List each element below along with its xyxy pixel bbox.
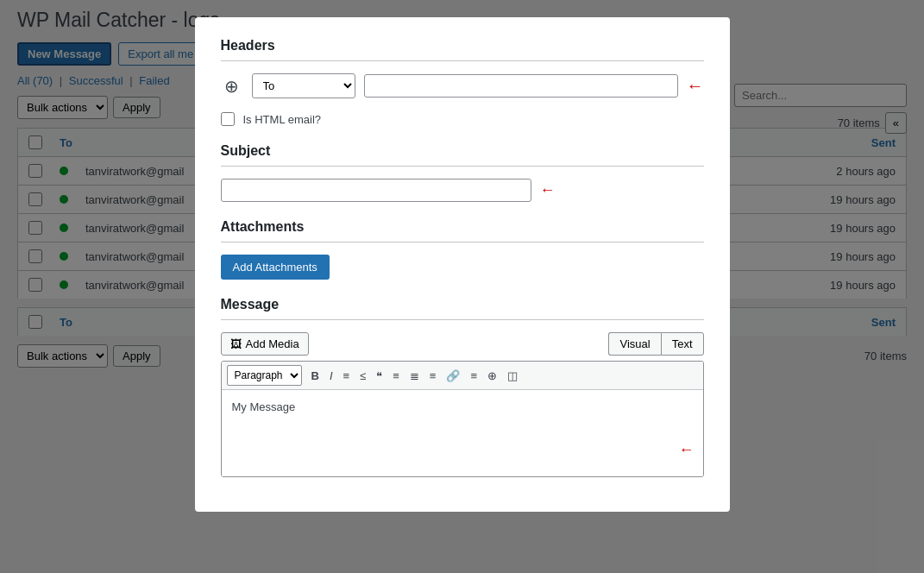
- visual-button[interactable]: Visual: [608, 332, 660, 356]
- html-email-checkbox[interactable]: [221, 112, 235, 126]
- headers-row: ⊕ To From CC BCC Reply-To ←: [221, 73, 704, 98]
- subject-section: Subject ←: [221, 143, 704, 202]
- attachments-section-title: Attachments: [221, 219, 704, 242]
- editor-formatting-bar: Paragraph Heading 1 Heading 2 Heading 3 …: [222, 362, 703, 390]
- subject-section-title: Subject: [221, 143, 704, 167]
- paragraph-format-select[interactable]: Paragraph Heading 1 Heading 2 Heading 3: [227, 365, 302, 386]
- fullscreen-button[interactable]: ⊕: [483, 368, 501, 384]
- subject-arrow-icon: ←: [540, 181, 556, 199]
- blockquote-button[interactable]: ❝: [372, 368, 387, 384]
- header-type-select[interactable]: To From CC BCC Reply-To: [252, 73, 355, 98]
- message-section-title: Message: [221, 297, 704, 320]
- compose-modal: Headers ⊕ To From CC BCC Reply-To ← Is H…: [195, 17, 730, 512]
- view-buttons: Visual Text: [608, 332, 703, 356]
- message-toolbar: 🖼 Add Media Visual Text: [221, 332, 704, 356]
- text-button[interactable]: Text: [661, 332, 704, 356]
- modal-overlay: Headers ⊕ To From CC BCC Reply-To ← Is H…: [0, 0, 924, 573]
- align-right-button[interactable]: ≡: [425, 368, 441, 384]
- ordered-list-button[interactable]: ≤: [355, 368, 370, 384]
- attachments-section: Attachments Add Attachments: [221, 219, 704, 280]
- subject-row: ←: [221, 179, 704, 202]
- add-header-button[interactable]: ⊕: [221, 75, 243, 98]
- message-text: My Message: [232, 400, 296, 413]
- html-email-row: Is HTML email?: [221, 112, 704, 126]
- italic-button[interactable]: I: [325, 368, 337, 384]
- headers-section-title: Headers: [221, 38, 704, 61]
- align-center-button[interactable]: ≣: [405, 368, 424, 384]
- plus-circle-icon: ⊕: [224, 76, 239, 97]
- bold-button[interactable]: B: [307, 368, 324, 384]
- header-arrow-icon: ←: [687, 76, 704, 96]
- align-left-button[interactable]: ≡: [388, 368, 404, 384]
- subject-input[interactable]: [221, 179, 531, 202]
- strikethrough-button[interactable]: ≡: [466, 368, 481, 384]
- media-icon: 🖼: [230, 337, 242, 350]
- html-email-label: Is HTML email?: [243, 113, 322, 126]
- add-media-button[interactable]: 🖼 Add Media: [221, 332, 309, 356]
- header-value-input[interactable]: [364, 74, 678, 98]
- add-media-label: Add Media: [246, 337, 299, 350]
- editor-arrow-icon: ←: [679, 441, 695, 459]
- editor-content[interactable]: My Message ←: [222, 390, 703, 476]
- toolbar-toggle-button[interactable]: ◫: [503, 368, 522, 384]
- message-section: Message 🖼 Add Media Visual Text Paragrap: [221, 297, 704, 477]
- add-attachments-button[interactable]: Add Attachments: [221, 255, 330, 280]
- unordered-list-button[interactable]: ≡: [339, 368, 355, 384]
- background-page: WP Mail Catcher - logs New Message Expor…: [0, 0, 924, 573]
- link-button[interactable]: 🔗: [442, 368, 464, 384]
- editor-wrapper: Paragraph Heading 1 Heading 2 Heading 3 …: [221, 361, 704, 477]
